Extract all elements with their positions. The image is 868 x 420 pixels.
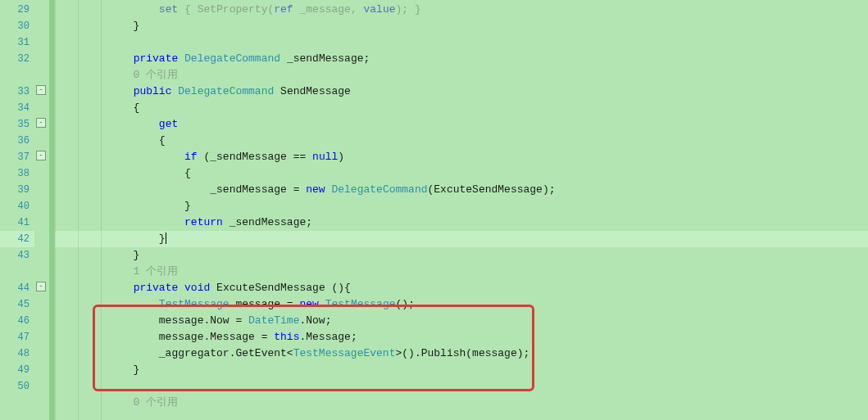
line-number: 45 xyxy=(0,296,34,313)
line-number: 50 xyxy=(0,378,34,395)
line-number: 48 xyxy=(0,345,34,362)
code-line[interactable]: message.Now = DateTime.Now; xyxy=(55,313,868,329)
line-number: 41 xyxy=(0,215,34,231)
line-number: 29 xyxy=(0,2,34,18)
outline-margin: - - - - xyxy=(34,0,49,420)
line-number: 46 xyxy=(0,313,34,329)
code-line[interactable]: _sendMessage = new DelegateCommand(Excut… xyxy=(55,182,868,198)
code-line[interactable]: { xyxy=(55,165,868,182)
codelens-references[interactable]: 0 个引用 xyxy=(55,67,868,84)
fold-toggle-icon[interactable]: - xyxy=(36,282,46,291)
code-line-current[interactable]: } xyxy=(55,231,868,247)
line-number-current: 42 xyxy=(0,231,34,247)
line-number: 37 xyxy=(0,149,34,165)
line-number: 49 xyxy=(0,362,34,378)
fold-toggle-icon[interactable]: - xyxy=(36,151,46,160)
codelens-references[interactable]: 1 个引用 xyxy=(55,264,868,280)
code-line[interactable]: private DelegateCommand _sendMessage; xyxy=(55,51,868,67)
line-number: 43 xyxy=(0,247,34,264)
code-line[interactable]: { xyxy=(55,133,868,149)
code-editor[interactable]: 29 30 31 32 33 34 35 36 37 38 39 40 41 4… xyxy=(0,0,868,420)
code-line[interactable]: } xyxy=(55,198,868,215)
code-line[interactable]: } xyxy=(55,362,868,378)
code-area[interactable]: set { SetProperty(ref _message, value); … xyxy=(54,0,868,420)
code-line[interactable]: } xyxy=(55,18,868,34)
code-line[interactable] xyxy=(55,378,868,395)
code-line[interactable]: get xyxy=(55,116,868,133)
line-number: 36 xyxy=(0,133,34,149)
code-line[interactable]: private void ExcuteSendMessage (){ xyxy=(55,280,868,296)
code-line[interactable]: message.Message = this.Message; xyxy=(55,329,868,345)
line-number: 31 xyxy=(0,34,34,51)
code-line[interactable]: } xyxy=(55,247,868,264)
codelens-references[interactable]: 0 个引用 xyxy=(55,395,868,411)
line-number: 35 xyxy=(0,116,34,133)
code-line[interactable]: public DelegateCommand SendMessage xyxy=(55,84,868,100)
text-cursor xyxy=(166,233,166,245)
line-number: 32 xyxy=(0,51,34,67)
line-number: 44 xyxy=(0,280,34,296)
fold-toggle-icon[interactable]: - xyxy=(36,85,46,95)
line-number: 47 xyxy=(0,329,34,345)
line-number-gutter: 29 30 31 32 33 34 35 36 37 38 39 40 41 4… xyxy=(0,0,34,420)
code-line[interactable] xyxy=(55,34,868,51)
code-line[interactable]: { xyxy=(55,100,868,116)
code-line[interactable]: set { SetProperty(ref _message, value); … xyxy=(55,2,868,18)
line-number: 30 xyxy=(0,18,34,34)
line-number: 39 xyxy=(0,182,34,198)
line-number: 33 xyxy=(0,84,34,100)
line-number: 38 xyxy=(0,165,34,182)
fold-toggle-icon[interactable]: - xyxy=(36,118,46,128)
line-number: 34 xyxy=(0,100,34,116)
code-line[interactable]: if (_sendMessage == null) xyxy=(55,149,868,165)
code-line[interactable]: _aggregator.GetEvent<TestMessageEvent>()… xyxy=(55,345,868,362)
code-line[interactable]: return _sendMessage; xyxy=(55,215,868,231)
code-line[interactable]: TestMessage message = new TestMessage(); xyxy=(55,296,868,313)
line-number: 40 xyxy=(0,198,34,215)
